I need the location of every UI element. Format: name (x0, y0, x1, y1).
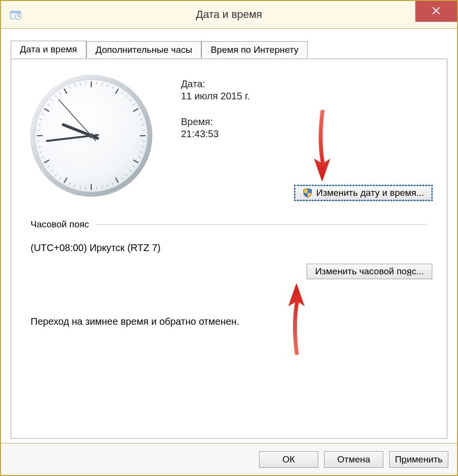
app-icon (10, 9, 21, 20)
dialog-window: Дата и время Дата и время Дополнительные… (0, 0, 458, 476)
tab-internet-time[interactable]: Время по Интернету (201, 41, 308, 58)
change-timezone-button[interactable]: Изменить часовой пояс... (307, 264, 432, 279)
title-bar: Дата и время (1, 1, 457, 29)
apply-button[interactable]: Применить (389, 451, 448, 468)
svg-rect-1 (10, 11, 21, 13)
timezone-section-header: Часовой пояс (31, 219, 427, 230)
apply-label: Применить (395, 454, 442, 465)
svg-line-68 (85, 82, 86, 85)
tabs: Дата и время Дополнительные часы Время п… (11, 40, 447, 58)
svg-line-40 (85, 187, 86, 190)
time-value: 21:43:53 (181, 128, 250, 140)
window-title: Дата и время (1, 8, 457, 21)
ok-button[interactable]: ОК (259, 451, 318, 468)
date-label: Дата: (181, 79, 250, 90)
svg-line-53 (37, 141, 40, 142)
svg-line-23 (142, 130, 145, 130)
annotation-arrow-icon (311, 110, 335, 183)
svg-line-55 (37, 130, 40, 130)
date-value: 11 июля 2015 г. (181, 91, 250, 102)
timezone-header-label: Часовой пояс (31, 219, 89, 230)
close-icon (432, 5, 441, 18)
datetime-info: Дата: 11 июля 2015 г. Время: 21:43:53 (181, 79, 250, 154)
svg-point-72 (89, 133, 94, 138)
annotation-arrow-icon (285, 282, 310, 355)
svg-line-38 (97, 187, 97, 190)
tab-panel: Дата: 11 июля 2015 г. Время: 21:43:53 (11, 59, 447, 439)
client-area: Дата и время Дополнительные часы Время п… (1, 29, 457, 444)
close-button[interactable] (415, 1, 457, 22)
analog-clock (28, 73, 154, 201)
tab-datetime[interactable]: Дата и время (11, 41, 86, 58)
dialog-footer: ОК Отмена Применить (1, 443, 457, 475)
dst-note: Переход на зимнее время и обратно отмене… (31, 316, 239, 327)
change-timezone-label: Изменить часовой пояс... (315, 266, 424, 277)
tab-additional-clocks[interactable]: Дополнительные часы (86, 41, 201, 58)
time-label: Время: (181, 116, 250, 127)
cancel-label: Отмена (337, 454, 370, 465)
uac-shield-icon (303, 188, 312, 198)
svg-line-25 (142, 141, 145, 142)
timezone-value: (UTC+08:00) Иркутск (RTZ 7) (31, 242, 161, 254)
change-datetime-label: Изменить дату и время... (316, 188, 424, 198)
divider (96, 224, 428, 225)
change-datetime-button[interactable]: Изменить дату и время... (294, 185, 432, 201)
cancel-button[interactable]: Отмена (324, 451, 383, 468)
svg-line-10 (97, 82, 97, 85)
ok-label: ОК (282, 454, 295, 465)
